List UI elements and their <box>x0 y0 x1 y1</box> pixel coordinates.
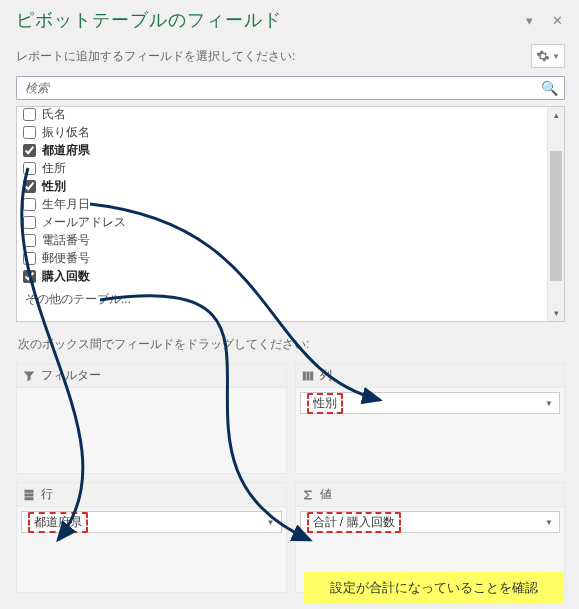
field-label: 生年月日 <box>42 196 90 213</box>
field-item[interactable]: 氏名 <box>19 107 543 123</box>
svg-rect-4 <box>25 493 34 496</box>
filter-zone-label: フィルター <box>41 367 101 384</box>
field-label: 性別 <box>42 178 66 195</box>
settings-button[interactable]: ▼ <box>531 44 565 68</box>
field-item[interactable]: 振り仮名 <box>19 123 543 141</box>
values-zone-label: 値 <box>320 486 332 503</box>
field-item[interactable]: 性別 <box>19 177 543 195</box>
field-chooser-label: レポートに追加するフィールドを選択してください: <box>16 48 295 65</box>
field-checkbox[interactable] <box>23 180 36 193</box>
field-checkbox[interactable] <box>23 270 36 283</box>
other-tables-link[interactable]: その他のテーブル... <box>19 285 543 312</box>
search-input[interactable] <box>25 81 541 95</box>
close-icon[interactable]: ✕ <box>549 12 565 28</box>
caret-down-icon[interactable]: ▼ <box>267 518 275 527</box>
scroll-up-icon[interactable]: ▴ <box>548 107 564 123</box>
rows-zone[interactable]: 行 都道府県 ▼ <box>16 482 287 593</box>
caret-down-icon: ▼ <box>552 52 560 61</box>
svg-rect-0 <box>302 371 305 380</box>
svg-rect-3 <box>25 489 34 492</box>
caret-down-icon[interactable]: ▼ <box>545 518 553 527</box>
field-checkbox[interactable] <box>23 162 36 175</box>
annotation-note: 設定が合計になっていることを確認 <box>304 572 564 604</box>
field-item[interactable]: 住所 <box>19 159 543 177</box>
field-item[interactable]: 都道府県 <box>19 141 543 159</box>
scroll-thumb[interactable] <box>550 151 562 281</box>
field-item[interactable]: 電話番号 <box>19 231 543 249</box>
field-checkbox[interactable] <box>23 216 36 229</box>
pane-title: ピボットテーブルのフィールド <box>16 8 282 32</box>
field-label: 郵便番号 <box>42 250 90 267</box>
field-list[interactable]: 氏名振り仮名都道府県住所性別生年月日メールアドレス電話番号郵便番号購入回数その他… <box>17 107 547 321</box>
columns-zone[interactable]: 列 性別 ▼ <box>295 363 566 474</box>
rows-icon <box>23 489 35 501</box>
field-checkbox[interactable] <box>23 126 36 139</box>
svg-rect-1 <box>306 371 309 380</box>
field-checkbox[interactable] <box>23 108 36 121</box>
search-icon[interactable]: 🔍 <box>541 80 558 96</box>
rows-zone-label: 行 <box>41 486 53 503</box>
field-item[interactable]: 購入回数 <box>19 267 543 285</box>
field-checkbox[interactable] <box>23 198 36 211</box>
scrollbar[interactable]: ▴ ▾ <box>547 107 564 321</box>
rows-field-label: 都道府県 <box>28 512 88 533</box>
field-item[interactable]: 生年月日 <box>19 195 543 213</box>
field-checkbox[interactable] <box>23 144 36 157</box>
caret-down-icon[interactable]: ▼ <box>545 399 553 408</box>
filter-zone[interactable]: フィルター <box>16 363 287 474</box>
dropdown-icon[interactable]: ▾ <box>521 12 537 28</box>
field-label: 都道府県 <box>42 142 90 159</box>
values-field-label: 合計 / 購入回数 <box>307 512 401 533</box>
columns-zone-label: 列 <box>320 367 332 384</box>
svg-rect-5 <box>25 497 34 500</box>
field-label: 振り仮名 <box>42 124 90 141</box>
field-label: 氏名 <box>42 107 66 123</box>
rows-field-item[interactable]: 都道府県 ▼ <box>21 511 282 533</box>
field-checkbox[interactable] <box>23 252 36 265</box>
columns-field-item[interactable]: 性別 ▼ <box>300 392 561 414</box>
field-label: 購入回数 <box>42 268 90 285</box>
columns-field-label: 性別 <box>307 393 343 414</box>
field-checkbox[interactable] <box>23 234 36 247</box>
field-label: メールアドレス <box>42 214 126 231</box>
field-label: 電話番号 <box>42 232 90 249</box>
svg-rect-2 <box>310 371 313 380</box>
filter-icon <box>23 370 35 382</box>
field-item[interactable]: 郵便番号 <box>19 249 543 267</box>
field-item[interactable]: メールアドレス <box>19 213 543 231</box>
field-label: 住所 <box>42 160 66 177</box>
search-input-wrap[interactable]: 🔍 <box>16 76 565 100</box>
values-field-item[interactable]: 合計 / 購入回数 ▼ <box>300 511 561 533</box>
gear-icon <box>536 49 550 63</box>
columns-icon <box>302 370 314 382</box>
sigma-icon <box>302 489 314 501</box>
drag-instruction: 次のボックス間でフィールドをドラッグしてください: <box>18 336 565 353</box>
scroll-down-icon[interactable]: ▾ <box>548 305 564 321</box>
